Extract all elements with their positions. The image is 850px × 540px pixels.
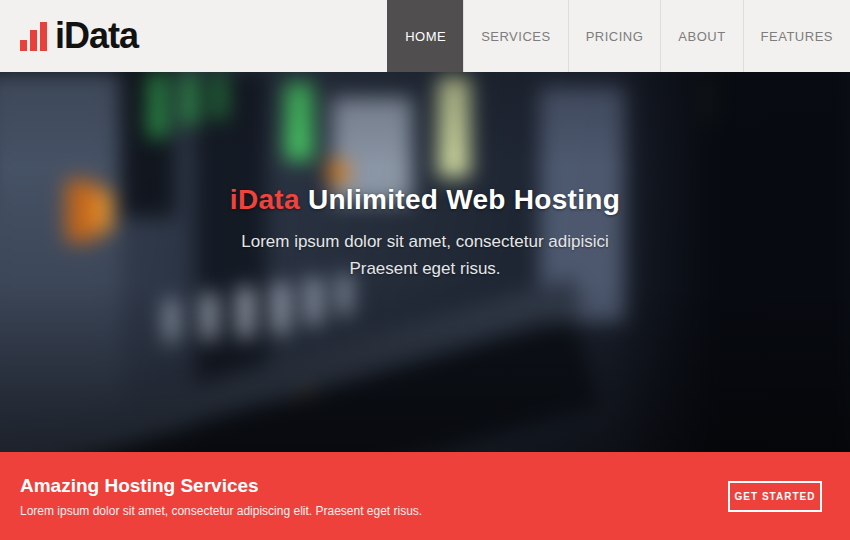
bar-chart-icon [20,21,47,51]
cta-description: Lorem ipsum dolor sit amet, consectetur … [20,504,422,518]
cta-textblock: Amazing Hosting Services Lorem ipsum dol… [20,475,422,518]
logo-text: iData [55,18,138,54]
green-led-shape [148,72,168,137]
green-led-shape [438,77,470,177]
main-nav: HOME SERVICES PRICING ABOUT FEATURES [387,0,850,72]
hero-title-accent: iData [230,184,300,215]
cable-plug-shape [202,294,217,340]
cable-plug-shape [273,284,288,334]
get-started-button[interactable]: GET STARTED [728,481,822,512]
hero-content: iData Unlimited Web Hosting Lorem ipsum … [0,184,850,282]
green-led-shape [212,72,227,118]
cta-heading: Amazing Hosting Services [20,475,422,497]
cta-bar: Amazing Hosting Services Lorem ipsum dol… [0,452,850,540]
nav-item-home[interactable]: HOME [387,0,463,72]
logo[interactable]: iData [20,0,138,72]
green-led-shape [285,82,313,160]
green-led-shape [182,72,198,124]
site-header: iData HOME SERVICES PRICING ABOUT FEATUR… [0,0,850,72]
nav-item-services[interactable]: SERVICES [463,0,568,72]
hero-subtitle-line1: Lorem ipsum dolor sit amet, consectetur … [0,228,850,255]
hero-title: iData Unlimited Web Hosting [0,184,850,216]
page: iData HOME SERVICES PRICING ABOUT FEATUR… [0,0,850,540]
nav-item-pricing[interactable]: PRICING [568,0,661,72]
hero-subtitle: Lorem ipsum dolor sit amet, consectetur … [0,228,850,282]
cable-plug-shape [238,288,253,338]
nav-item-features[interactable]: FEATURES [743,0,850,72]
hero-title-rest: Unlimited Web Hosting [308,184,620,215]
hero-section: iData Unlimited Web Hosting Lorem ipsum … [0,72,850,452]
orange-cable-shape [328,160,348,184]
nav-item-about[interactable]: ABOUT [660,0,742,72]
cable-plug-shape [306,279,321,325]
hero-subtitle-line2: Praesent eget risus. [0,255,850,282]
cable-plug-shape [165,300,178,342]
